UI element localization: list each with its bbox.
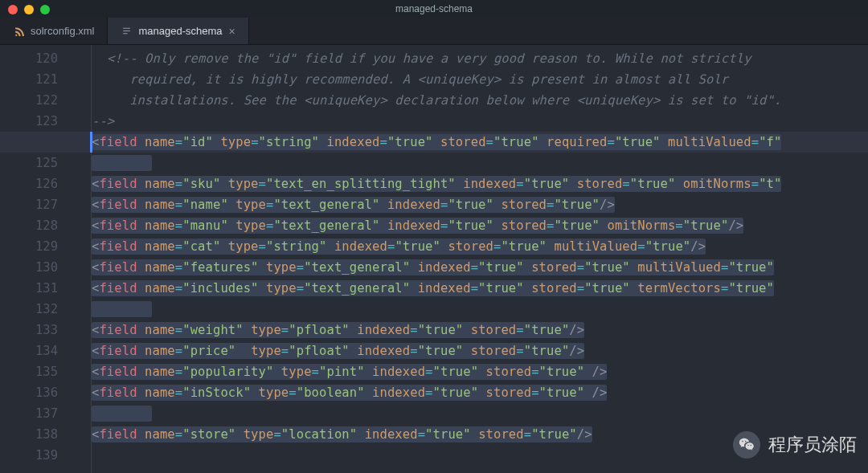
- code-line[interactable]: <field name="cat" type="string" indexed=…: [92, 236, 868, 257]
- code-line[interactable]: [92, 153, 868, 173]
- code-line[interactable]: <field name="includes" type="text_genera…: [92, 278, 868, 299]
- lines-icon: [121, 26, 132, 37]
- code-editor[interactable]: 1201211221231241251261271281291301311321…: [0, 45, 868, 473]
- code-line[interactable]: <field name="weight" type="pfloat" index…: [92, 320, 868, 340]
- line-number: 130: [0, 257, 77, 278]
- line-number: 129: [0, 236, 77, 257]
- line-number: 135: [0, 361, 77, 382]
- code-line[interactable]: <field name="sku" type="text_en_splittin…: [92, 173, 868, 194]
- code-area[interactable]: <!-- Only remove the "id" field if you h…: [92, 45, 868, 473]
- tab-label: solrconfig.xml: [31, 25, 94, 37]
- line-number: 123: [0, 111, 77, 132]
- minimize-window-button[interactable]: [24, 5, 34, 14]
- tab-label: managed-schema: [138, 25, 222, 37]
- maximize-window-button[interactable]: [40, 5, 50, 14]
- line-number: 134: [0, 340, 77, 361]
- close-tab-button[interactable]: ×: [229, 26, 235, 37]
- code-line[interactable]: [92, 299, 868, 320]
- line-number: 138: [0, 424, 77, 445]
- fold-column: [77, 45, 92, 473]
- line-number: 131: [0, 278, 77, 299]
- window-title: managed-schema: [0, 0, 868, 18]
- code-line[interactable]: [92, 403, 868, 424]
- code-line[interactable]: <field name="features" type="text_genera…: [92, 257, 868, 278]
- line-number: 127: [0, 194, 77, 215]
- tab-managed-schema[interactable]: managed-schema×: [108, 18, 248, 44]
- line-number: 125: [0, 153, 77, 173]
- watermark: 程序员涂陌: [733, 431, 857, 459]
- tab-solrconfig-xml[interactable]: solrconfig.xml: [0, 18, 108, 44]
- line-number: 126: [0, 173, 77, 194]
- line-number: 136: [0, 382, 77, 403]
- line-number: 133: [0, 320, 77, 340]
- window-controls: [8, 5, 50, 14]
- code-line[interactable]: <field name="inStock" type="boolean" ind…: [92, 382, 868, 403]
- code-line[interactable]: -->: [92, 111, 868, 132]
- line-number: 120: [0, 48, 77, 69]
- code-line[interactable]: <field name="manu" type="text_general" i…: [92, 215, 868, 236]
- code-line[interactable]: required, it is highly recommended. A <u…: [92, 69, 868, 90]
- code-line[interactable]: <field name="name" type="text_general" i…: [92, 194, 868, 215]
- code-line[interactable]: installations. See the <uniqueKey> decla…: [92, 90, 868, 111]
- close-window-button[interactable]: [8, 5, 18, 14]
- code-line[interactable]: <field name="price" type="pfloat" indexe…: [92, 340, 868, 361]
- code-line[interactable]: <field name="id" type="string" indexed="…: [92, 132, 868, 153]
- line-number: 137: [0, 403, 77, 424]
- line-number: 122: [0, 90, 77, 111]
- watermark-text: 程序员涂陌: [768, 436, 857, 454]
- line-number: 121: [0, 69, 77, 90]
- code-line[interactable]: <field name="popularity" type="pint" ind…: [92, 361, 868, 382]
- line-number: 128: [0, 215, 77, 236]
- line-number: 139: [0, 445, 77, 466]
- tab-bar: solrconfig.xmlmanaged-schema×: [0, 18, 868, 45]
- code-line[interactable]: <!-- Only remove the "id" field if you h…: [92, 48, 868, 69]
- line-number: 132: [0, 299, 77, 320]
- rss-icon: [13, 26, 24, 37]
- wechat-icon: [733, 431, 760, 459]
- line-number-gutter: 1201211221231241251261271281291301311321…: [0, 45, 77, 473]
